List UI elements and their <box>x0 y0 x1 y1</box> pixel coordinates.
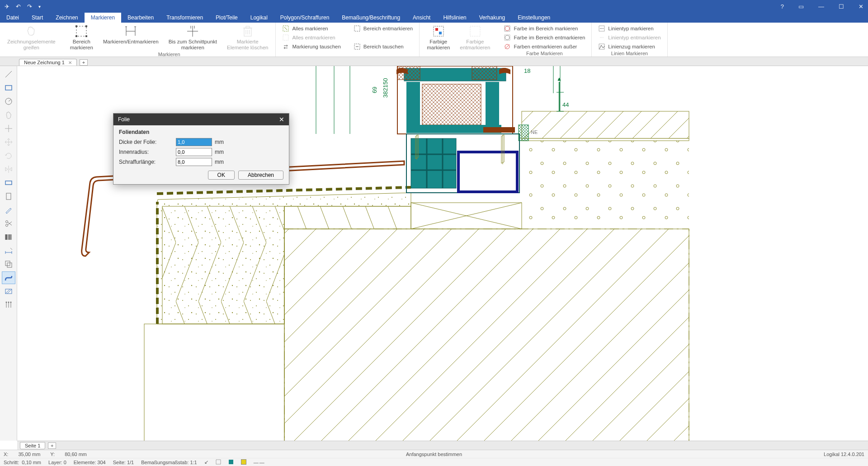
tool-pencil[interactable] <box>2 204 15 216</box>
menu-bemassung[interactable]: Bemaßung/Beschriftung <box>335 13 406 23</box>
menu-verhakung[interactable]: Verhakung <box>473 13 511 23</box>
status-icon-2[interactable] <box>216 459 221 466</box>
btn-bis-schnittpunkt[interactable]: Bis zum Schnittpunkt markieren <box>166 24 220 52</box>
help-button[interactable]: ? <box>779 3 786 10</box>
btn-markieren-entmarkieren[interactable]: Markieren/Entmarkieren <box>100 24 161 52</box>
menu-logikal[interactable]: Logikal <box>244 13 274 23</box>
label: Farbe im Bereich markieren <box>514 26 578 31</box>
svg-rect-27 <box>439 32 442 34</box>
tab-label: Neue Zeichnung 1 <box>24 60 65 65</box>
color-deselect-icon <box>468 24 482 38</box>
intersect-icon <box>186 24 199 38</box>
svg-rect-81 <box>522 138 689 229</box>
undo-icon[interactable]: ↶ <box>16 3 21 10</box>
unit: mm <box>215 139 224 145</box>
menu-ansicht[interactable]: Ansicht <box>406 13 437 23</box>
status-icon-3[interactable] <box>228 459 234 466</box>
scale-value: Bemaßungsmaßstab: 1:1 <box>141 460 197 465</box>
label: Zeichnungselemente greifen <box>7 39 56 51</box>
qat-more-icon[interactable]: ▾ <box>38 4 41 9</box>
tool-barcode[interactable] <box>2 231 15 243</box>
menu-start[interactable]: Start <box>25 13 49 23</box>
menu-polygon[interactable]: Polygon/Schraffuren <box>274 13 336 23</box>
minimize-button[interactable]: — <box>816 3 826 10</box>
btn-bereich-markieren[interactable]: Bereich markieren <box>67 24 96 52</box>
btn-markierte-loeschen[interactable]: Markierte Elemente löschen <box>224 24 271 52</box>
menu-bearbeiten[interactable]: Bearbeiten <box>121 13 160 23</box>
btn-bereich-entmarkieren[interactable]: Bereich entmarkieren <box>352 24 415 33</box>
status-icon-1[interactable]: ↙ <box>204 459 208 465</box>
btn-markierung-tauschen[interactable]: Markierung tauschen <box>280 43 342 51</box>
tool-line[interactable] <box>2 68 15 81</box>
tool-scissors[interactable] <box>2 217 15 230</box>
tool-rect[interactable] <box>2 81 15 94</box>
ok-button[interactable]: OK <box>208 171 235 180</box>
status-color-swatch[interactable] <box>241 459 246 466</box>
row-schraffur: Schraffurlänge: mm <box>119 158 283 166</box>
menu-datei[interactable]: Datei <box>0 13 25 23</box>
redo-icon[interactable]: ↷ <box>27 3 32 10</box>
close-button[interactable]: ✕ <box>857 3 865 10</box>
menu-einstellungen[interactable]: Einstellungen <box>511 13 557 23</box>
label: Bereich entmarkieren <box>363 26 413 31</box>
tool-circle[interactable] <box>2 95 15 108</box>
send-icon[interactable]: ✈ <box>5 3 9 10</box>
tool-fill-rect[interactable] <box>2 176 15 189</box>
status-bar-coords: X: 35,00 mm Y: 80,60 mm Anfangspunkt bes… <box>0 450 868 458</box>
btn-farben-entmarkieren-ausser[interactable]: Farben entmarkieren außer <box>502 43 587 51</box>
menu-hilfslinien[interactable]: Hilfslinien <box>437 13 472 23</box>
dialog-titlebar[interactable]: Folie ✕ <box>113 114 289 125</box>
svg-rect-111 <box>486 82 499 127</box>
tool-page[interactable] <box>2 190 15 203</box>
svg-rect-25 <box>434 26 443 36</box>
svg-text:18: 18 <box>524 67 530 74</box>
btn-linientyp-entmarkieren[interactable]: Linientyp entmarkieren <box>596 33 662 42</box>
btn-bereich-tauschen[interactable]: Bereich tauschen <box>352 43 415 51</box>
tool-rotate[interactable] <box>2 149 15 162</box>
window-controls: ? ▭ — ☐ ✕ <box>779 3 865 10</box>
btn-alles-entmarkieren[interactable]: Alles entmarkieren <box>280 33 342 42</box>
label: Innenradius: <box>119 149 173 155</box>
tab-close-icon[interactable]: ✕ <box>68 60 72 65</box>
tool-layers[interactable] <box>2 258 15 271</box>
tool-dimension[interactable] <box>2 244 15 257</box>
svg-rect-121 <box>519 125 528 141</box>
doc-tab[interactable]: Neue Zeichnung 1 ✕ <box>19 59 77 66</box>
input-innenradius[interactable] <box>176 148 212 156</box>
maximize-button[interactable]: ☐ <box>837 3 846 10</box>
tool-pan[interactable] <box>2 109 15 121</box>
label: Farben entmarkieren außer <box>514 44 577 49</box>
tool-mirror[interactable] <box>2 163 15 176</box>
btn-farbige-entmarkieren[interactable]: Farbige entmarkieren <box>457 24 493 57</box>
unit: mm <box>215 149 224 155</box>
btn-farbe-bereich-entmarkieren[interactable]: Farbe im Bereich entmarkieren <box>502 33 587 42</box>
elements-value: Elemente: 304 <box>74 460 106 465</box>
menu-markieren[interactable]: Markieren <box>85 13 121 23</box>
menu-transformieren[interactable]: Transformieren <box>160 13 209 23</box>
tool-snap[interactable] <box>2 122 15 135</box>
tool-foil[interactable] <box>2 271 15 284</box>
cancel-button[interactable]: Abbrechen <box>238 171 283 180</box>
btn-farbe-bereich-markieren[interactable]: Farbe im Bereich markieren <box>502 24 587 33</box>
dialog-close-icon[interactable]: ✕ <box>279 116 284 123</box>
tool-hatch[interactable] <box>2 285 15 298</box>
menu-zeichnen[interactable]: Zeichnen <box>49 13 84 23</box>
btn-linientyp-markieren[interactable]: Linientyp markieren <box>596 24 662 33</box>
btn-greifen[interactable]: Zeichnungselemente greifen <box>5 24 58 57</box>
page-tab[interactable]: Seite 1 <box>20 442 45 449</box>
restore-window-icon[interactable]: ▭ <box>797 3 806 10</box>
menu-plotteile[interactable]: Plot/Teile <box>209 13 244 23</box>
input-schraffur[interactable] <box>176 158 212 166</box>
svg-rect-61 <box>5 261 10 266</box>
btn-farbige-markieren[interactable]: Farbige markieren <box>424 24 453 57</box>
tool-move[interactable] <box>2 136 15 148</box>
btn-alles-markieren[interactable]: Alles markieren <box>280 24 342 33</box>
input-dicke[interactable] <box>176 138 212 146</box>
color-select-icon <box>432 24 445 38</box>
tool-pins[interactable] <box>2 299 15 311</box>
status-linetype[interactable]: —— <box>254 460 265 465</box>
add-page-button[interactable]: + <box>48 442 56 449</box>
btn-linienzug-markieren[interactable]: Linienzug markieren <box>596 43 662 51</box>
label: Linientyp entmarkieren <box>608 35 660 40</box>
add-tab-button[interactable]: + <box>80 59 88 66</box>
